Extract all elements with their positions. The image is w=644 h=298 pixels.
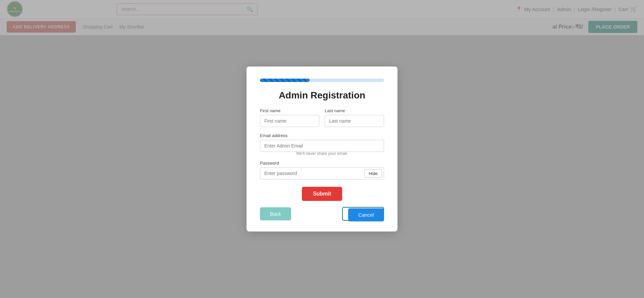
- last-name-group: Last name: [325, 108, 384, 127]
- first-name-label: First name: [260, 108, 319, 113]
- password-label: Password: [260, 161, 384, 166]
- progress-bar-wrap: [260, 79, 384, 82]
- modal-overlay: Admin Registration First name Last name …: [0, 0, 644, 298]
- first-name-input[interactable]: [260, 115, 319, 127]
- email-helper: We'll never share your email.: [260, 151, 384, 156]
- name-row: First name Last name: [260, 108, 384, 127]
- hide-password-button[interactable]: Hide: [364, 169, 382, 178]
- email-group: Email address: [260, 133, 384, 152]
- modal-title: Admin Registration: [260, 90, 384, 101]
- password-wrap: Hide: [260, 167, 384, 179]
- email-label: Email address: [260, 133, 384, 138]
- last-name-label: Last name: [325, 108, 384, 113]
- last-name-input[interactable]: [325, 115, 384, 127]
- progress-bar-fill: [260, 79, 310, 82]
- email-input[interactable]: [260, 140, 384, 152]
- cancel-button[interactable]: Cancel: [348, 208, 384, 221]
- submit-button[interactable]: Submit: [302, 187, 342, 201]
- cancel-outer: Cancel: [348, 208, 384, 221]
- back-button[interactable]: Back: [260, 207, 291, 220]
- password-group: Password Hide: [260, 161, 384, 179]
- modal: Admin Registration First name Last name …: [247, 67, 397, 231]
- first-name-group: First name: [260, 108, 319, 127]
